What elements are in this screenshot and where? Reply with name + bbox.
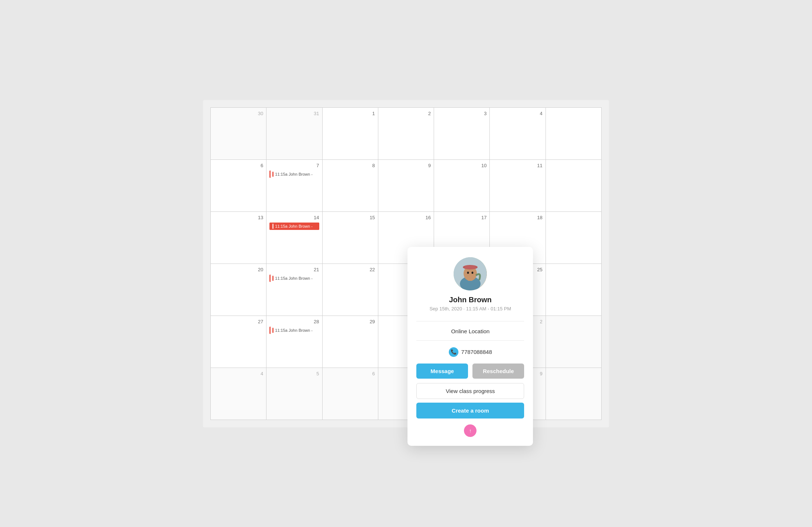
svg-point-7 (472, 272, 474, 274)
calendar-cell: 20 (211, 264, 266, 316)
day-number: 29 (326, 319, 375, 324)
calendar-cell: 8 (323, 160, 378, 211)
calendar-cell (546, 108, 601, 159)
avatar (454, 257, 487, 290)
calendar-cell (546, 316, 601, 368)
day-number: 16 (381, 215, 431, 220)
event-dot (272, 224, 273, 229)
day-number: 9 (381, 163, 431, 168)
calendar-cell: 15 (323, 212, 378, 264)
calendar-cell: 6 (211, 160, 266, 211)
day-number: 8 (326, 163, 375, 168)
create-room-button[interactable]: Create a room (416, 403, 524, 418)
reschedule-button[interactable]: Reschedule (472, 364, 524, 379)
day-number: 1 (326, 111, 375, 116)
calendar-cell: 22 (323, 264, 378, 316)
event-item[interactable]: 11:15a John Brown - (269, 327, 319, 334)
day-number: 15 (326, 215, 375, 220)
event-dot (272, 328, 273, 333)
popup-phone-row: 📞7787088848 (449, 347, 492, 357)
day-number: 4 (493, 111, 542, 116)
message-button[interactable]: Message (416, 364, 468, 379)
view-progress-button[interactable]: View class progress (416, 383, 524, 399)
day-number: 6 (214, 163, 263, 168)
calendar-cell: 13 (211, 212, 266, 264)
day-number: 7 (269, 163, 319, 168)
day-number: 2 (381, 111, 431, 116)
day-number: 11 (493, 163, 542, 168)
calendar-cell: 10 (434, 160, 489, 211)
day-number: 27 (214, 319, 263, 324)
calendar-cell: 4 (490, 108, 545, 159)
calendar-cell: 30 (211, 108, 266, 159)
day-number: 14 (269, 215, 319, 220)
event-item[interactable]: 11:15a John Brown - (269, 170, 319, 178)
day-number: 3 (437, 111, 486, 116)
calendar-cell: 4 (211, 368, 266, 420)
calendar-cell: 2111:15a John Brown - (266, 264, 322, 316)
calendar-cell: 29 (323, 316, 378, 368)
calendar-cell: 6 (323, 368, 378, 420)
popup-location: Online Location (451, 328, 489, 334)
calendar-cell (546, 264, 601, 316)
calendar-cell (546, 212, 601, 264)
calendar-cell: 2811:15a John Brown - (266, 316, 322, 368)
event-text: 11:15a John Brown - (275, 172, 313, 176)
day-number: 18 (493, 215, 542, 220)
event-text: 11:15a John Brown - (275, 276, 313, 280)
calendar-cell: 3 (434, 108, 489, 159)
calendar-cell: 31 (266, 108, 322, 159)
svg-rect-5 (465, 265, 476, 269)
day-number: 4 (214, 371, 263, 376)
divider-2 (416, 340, 524, 341)
popup-datetime: Sep 15th, 2020 · 11:15 AM - 01:15 PM (430, 306, 511, 311)
calendar-cell: 27 (211, 316, 266, 368)
event-text: 11:15a John Brown - (275, 328, 313, 333)
day-number: 22 (326, 267, 375, 272)
divider-1 (416, 321, 524, 321)
calendar-cell: 2 (378, 108, 434, 159)
calendar-cell: 9 (378, 160, 434, 211)
event-dot (272, 276, 273, 281)
calendar-grid: 303112346711:15a John Brown -89101113141… (210, 107, 602, 420)
phone-icon: 📞 (449, 347, 458, 357)
day-number: 6 (326, 371, 375, 376)
calendar-cell (546, 160, 601, 211)
scroll-up-button[interactable]: ↑ (464, 424, 476, 437)
calendar-cell: 1411:15a John Brown - John BrownSep 15th… (266, 212, 322, 264)
day-number: 13 (214, 215, 263, 220)
day-number: 31 (269, 111, 319, 116)
popup-card: John BrownSep 15th, 2020 · 11:15 AM - 01… (407, 247, 533, 446)
event-item[interactable]: 11:15a John Brown - (269, 275, 319, 282)
popup-actions-row: MessageReschedule (416, 364, 524, 379)
popup-name: John Brown (449, 296, 492, 304)
day-number: 20 (214, 267, 263, 272)
calendar-cell: 711:15a John Brown - (266, 160, 322, 211)
calendar-cell (546, 368, 601, 420)
svg-point-6 (467, 272, 469, 274)
calendar-cell: 11 (490, 160, 545, 211)
calendar-cell: 1 (323, 108, 378, 159)
event-item[interactable]: 11:15a John Brown - (269, 223, 319, 230)
calendar-container: 303112346711:15a John Brown -89101113141… (203, 100, 609, 427)
day-number: 10 (437, 163, 486, 168)
phone-number: 7787088848 (461, 349, 492, 355)
day-number: 21 (269, 267, 319, 272)
day-number: 5 (269, 371, 319, 376)
calendar-cell: 5 (266, 368, 322, 420)
day-number: 17 (437, 215, 486, 220)
day-number: 28 (269, 319, 319, 324)
event-text: 11:15a John Brown - (275, 224, 313, 228)
day-number: 30 (214, 111, 263, 116)
event-dot (272, 172, 273, 177)
